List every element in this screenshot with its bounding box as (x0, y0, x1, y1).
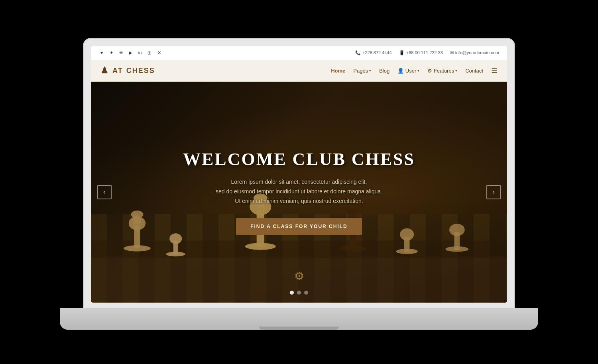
pinterest-icon[interactable]: ❋ (118, 50, 124, 55)
nav-bar: ♟ AT CHESS Home Pages ▾ Blog 👤 User ▾ ⚙ … (91, 60, 507, 82)
instagram-icon[interactable]: ◎ (147, 50, 152, 55)
nav-user[interactable]: 👤 User ▾ (397, 68, 419, 74)
carousel-dot-3[interactable] (304, 291, 308, 295)
top-bar: ♥ ✦ ❋ ▶ in ◎ ✕ 📞 +228 872 4444 📱 +88 00 (91, 46, 507, 60)
laptop-screen: ♥ ✦ ❋ ▶ in ◎ ✕ 📞 +228 872 4444 📱 +88 00 (91, 46, 507, 303)
laptop-base (60, 308, 538, 330)
mobile-icon: 📱 (399, 50, 405, 55)
contact-info: 📞 +228 872 4444 📱 +88 00 111 222 33 ✉ in… (355, 50, 499, 55)
subtitle-line3: Ut enim ad minim veniam, quis nostrud ex… (235, 198, 363, 204)
logo[interactable]: ♟ AT CHESS (100, 65, 155, 76)
nav-features[interactable]: ⚙ Features ▾ (427, 68, 457, 74)
linkedin-icon[interactable]: in (137, 50, 143, 55)
phone1-text: +228 872 4444 (362, 50, 392, 55)
hero-title: WELCOME CLUB CHESS (183, 149, 415, 169)
hero-content: WELCOME CLUB CHESS Lorem ipsum dolor sit… (167, 149, 431, 234)
laptop-body: ♥ ✦ ❋ ▶ in ◎ ✕ 📞 +228 872 4444 📱 +88 00 (84, 39, 514, 310)
email-item: ✉ info@yourdomain.com (450, 50, 499, 55)
hero-section: ⚙ WELCOME CLUB CHESS Lorem ipsum dolor s… (91, 82, 507, 303)
facebook-icon[interactable]: ♥ (99, 50, 104, 55)
email-icon: ✉ (450, 50, 454, 55)
extra-icon[interactable]: ✕ (156, 50, 162, 55)
carousel-dot-2[interactable] (297, 291, 301, 295)
phone-icon: 📞 (355, 50, 361, 55)
crown-gear-icon: ⚙ (294, 270, 304, 282)
nav-contact[interactable]: Contact (465, 68, 483, 74)
twitter-icon[interactable]: ✦ (108, 50, 114, 55)
hamburger-menu[interactable]: ☰ (491, 66, 498, 75)
find-class-button[interactable]: FIND A CLASS FOR YOUR CHILD (236, 218, 362, 235)
carousel-prev-arrow[interactable]: ‹ (97, 185, 112, 199)
subtitle-line1: Lorem ipsum dolor sit amet, consectetur … (231, 179, 367, 185)
laptop-wrapper: ♥ ✦ ❋ ▶ in ◎ ✕ 📞 +228 872 4444 📱 +88 00 (60, 23, 538, 342)
nav-blog[interactable]: Blog (379, 68, 389, 74)
logo-at: AT (112, 67, 123, 75)
nav-home[interactable]: Home (331, 68, 345, 74)
nav-pages[interactable]: Pages ▾ (353, 68, 371, 74)
hero-decoration: ⚙ (294, 270, 304, 283)
email-text: info@yourdomain.com (455, 50, 499, 55)
logo-chess: CHESS (126, 67, 155, 75)
nav-links: Home Pages ▾ Blog 👤 User ▾ ⚙ Features ▾ … (331, 66, 498, 75)
left-chevron-icon: ‹ (103, 188, 106, 196)
hero-subtitle: Lorem ipsum dolor sit amet, consectetur … (183, 177, 415, 206)
right-chevron-icon: › (492, 188, 495, 196)
phone2-text: +88 00 111 222 33 (406, 50, 443, 55)
logo-chess-icon: ♟ (100, 65, 109, 76)
carousel-next-arrow[interactable]: › (486, 185, 501, 199)
social-icons-group: ♥ ✦ ❋ ▶ in ◎ ✕ (99, 50, 162, 55)
phone2-item: 📱 +88 00 111 222 33 (399, 50, 443, 55)
phone1-item: 📞 +228 872 4444 (355, 50, 392, 55)
youtube-icon[interactable]: ▶ (128, 50, 133, 55)
subtitle-line2: sed do eiusmod tempor incididunt ut labo… (216, 188, 382, 195)
carousel-dot-1[interactable] (290, 291, 294, 295)
carousel-dots (290, 291, 308, 295)
